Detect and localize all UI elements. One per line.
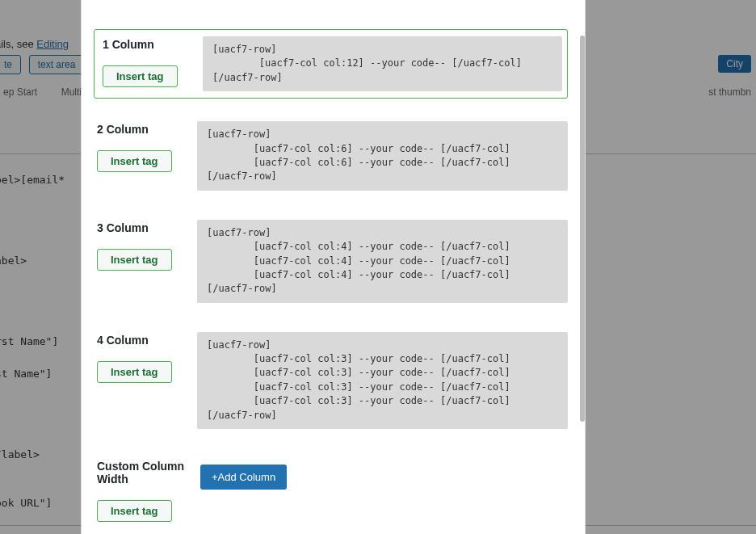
column-4-code: [uacf7-row] [uacf7-col col:3] --your cod… bbox=[197, 332, 568, 429]
modal-scrollbar[interactable] bbox=[578, 0, 585, 534]
column-2-code: [uacf7-row] [uacf7-col col:6] --your cod… bbox=[197, 121, 568, 191]
column-option-3-left: 3 Column Insert tag bbox=[94, 220, 197, 303]
column-1-code: [uacf7-row] [uacf7-col col:12] --your co… bbox=[203, 36, 562, 91]
column-3-label: 3 Column bbox=[97, 220, 197, 234]
column-option-2: 2 Column Insert tag [uacf7-row] [uacf7-c… bbox=[94, 115, 568, 197]
column-custom-left: Custom Column Width Insert tag bbox=[94, 458, 197, 522]
column-option-custom: Custom Column Width Insert tag +Add Colu… bbox=[94, 452, 568, 528]
add-column-button[interactable]: +Add Column bbox=[200, 465, 287, 490]
insert-tag-button-custom[interactable]: Insert tag bbox=[97, 500, 172, 522]
column-option-2-left: 2 Column Insert tag bbox=[94, 121, 197, 191]
column-modal: 1 Column Insert tag [uacf7-row] [uacf7-c… bbox=[81, 0, 586, 534]
insert-tag-button-4[interactable]: Insert tag bbox=[97, 361, 172, 383]
column-option-3: 3 Column Insert tag [uacf7-row] [uacf7-c… bbox=[94, 213, 568, 309]
column-3-code: [uacf7-row] [uacf7-col col:4] --your cod… bbox=[197, 220, 568, 303]
column-option-4-left: 4 Column Insert tag bbox=[94, 332, 197, 429]
column-option-4: 4 Column Insert tag [uacf7-row] [uacf7-c… bbox=[94, 326, 568, 435]
insert-tag-button-3[interactable]: Insert tag bbox=[97, 249, 172, 271]
insert-tag-button-2[interactable]: Insert tag bbox=[97, 150, 172, 172]
column-custom-label: Custom Column Width bbox=[97, 458, 197, 486]
column-option-1: 1 Column Insert tag [uacf7-row] [uacf7-c… bbox=[94, 29, 568, 99]
scrollbar-thumb[interactable] bbox=[580, 36, 585, 422]
column-1-label: 1 Column bbox=[103, 36, 203, 51]
modal-content: 1 Column Insert tag [uacf7-row] [uacf7-c… bbox=[82, 0, 580, 534]
column-4-label: 4 Column bbox=[97, 332, 197, 347]
column-2-label: 2 Column bbox=[97, 121, 197, 136]
insert-tag-button-1[interactable]: Insert tag bbox=[103, 65, 178, 87]
column-option-1-left: 1 Column Insert tag bbox=[99, 36, 203, 91]
column-custom-area: +Add Column bbox=[197, 458, 568, 522]
